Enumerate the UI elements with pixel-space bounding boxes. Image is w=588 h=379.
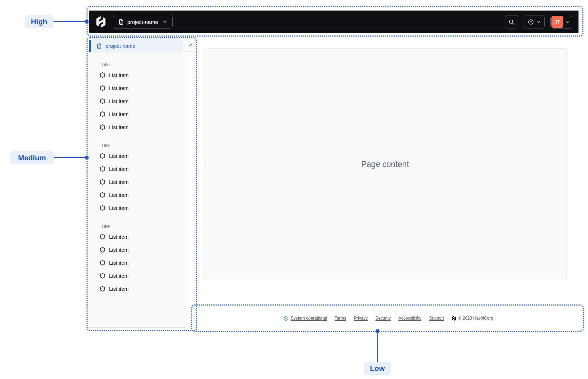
hexagon-icon [100, 179, 106, 185]
sidebar-list-item[interactable]: List item [89, 269, 186, 282]
sidebar-list-item[interactable]: List item [89, 121, 186, 134]
sidebar-list-item[interactable]: List item [89, 230, 186, 243]
footer-link-support[interactable]: Support [429, 316, 444, 321]
chevron-down-icon [536, 20, 541, 24]
sidebar-item-label: List item [109, 124, 129, 130]
sidebar-list-item[interactable]: List item [89, 256, 186, 269]
sidebar-item-label: List item [109, 234, 129, 240]
sidebar-item-label: List item [109, 273, 129, 279]
user-menu-button[interactable]: JT [550, 15, 572, 29]
footer-link-accessibility[interactable]: Accessibility [398, 316, 421, 321]
sidebar-item-label: List item [109, 192, 129, 198]
collapse-icon: « [189, 42, 192, 48]
page-content-placeholder: Page content [361, 160, 409, 169]
sidebar: project-name Title List item List item L… [89, 38, 186, 328]
sidebar-item-label: List item [109, 247, 129, 253]
file-text-icon [96, 43, 102, 49]
screenshot-canvas: project-name [0, 0, 588, 379]
sidebar-list-item[interactable]: List item [89, 201, 186, 214]
hexagon-icon [100, 98, 106, 104]
help-menu-button[interactable]: ? [524, 15, 545, 28]
sidebar-list-item[interactable]: List item [89, 282, 186, 295]
hashicorp-logo [452, 316, 456, 321]
sidebar-section-title: Title [101, 224, 186, 229]
annotation-label-high: High [25, 15, 53, 28]
annotation-label-low: Low [364, 362, 391, 375]
hexagon-icon [100, 111, 106, 117]
annotation-connector-medium [54, 157, 87, 158]
sidebar-list-item[interactable]: List item [89, 175, 186, 188]
hexagon-icon [100, 85, 106, 91]
help-icon: ? [528, 19, 534, 25]
active-item-indicator [89, 40, 91, 52]
hexagon-icon [100, 234, 106, 240]
sidebar-section-title: Title [101, 143, 186, 148]
sidebar-item-project-name[interactable]: project-name [92, 39, 183, 53]
annotation-dot-medium [85, 156, 89, 160]
hexagon-icon [100, 273, 106, 279]
sidebar-item-label: List item [109, 179, 129, 185]
copyright: © 2023 HashiCorp [452, 316, 493, 321]
sidebar-list-item[interactable]: List item [89, 243, 186, 256]
check-circle-icon [283, 316, 289, 321]
sidebar-list-item[interactable]: List item [89, 188, 186, 201]
annotation-connector-high [53, 21, 87, 22]
file-text-icon [118, 19, 124, 25]
sidebar-item-label: List item [109, 286, 129, 292]
hexagon-icon [100, 153, 106, 159]
sidebar-active-label: project-name [106, 43, 135, 49]
hexagon-icon [100, 124, 106, 130]
sidebar-item-label: List item [109, 153, 129, 159]
footer-link-terms[interactable]: Terms [335, 316, 346, 321]
hexagon-icon [100, 247, 106, 253]
sidebar-item-label: List item [109, 205, 129, 211]
project-switcher-button[interactable]: project-name [113, 15, 173, 29]
sidebar-section-title: Title [101, 62, 186, 67]
annotation-dot-high [85, 20, 89, 24]
sidebar-list-item[interactable]: List item [89, 162, 186, 175]
project-switcher-label: project-name [127, 19, 158, 25]
chevron-down-icon [563, 20, 572, 24]
footer-link-privacy[interactable]: Privacy [354, 316, 368, 321]
hexagon-icon [100, 205, 106, 211]
system-status-link[interactable]: System operational [291, 316, 327, 321]
footer-link-security[interactable]: Security [376, 316, 391, 321]
footer: System operational Terms Privacy Securit… [196, 309, 580, 327]
hexagon-icon [100, 260, 106, 266]
avatar: JT [551, 16, 563, 28]
search-button[interactable] [505, 15, 518, 28]
top-navigation-bar: project-name [89, 11, 579, 33]
annotation-label-medium: Medium [10, 151, 54, 164]
page-content-area: Page content [204, 48, 567, 280]
sidebar-list-item[interactable]: List item [89, 149, 186, 162]
hexagon-icon [100, 166, 106, 172]
sidebar-item-label: List item [109, 260, 129, 266]
sidebar-list-item[interactable]: List item [89, 95, 186, 108]
annotation-connector-low [377, 331, 378, 362]
sidebar-item-label: List item [109, 111, 129, 117]
chevron-down-icon [162, 19, 167, 24]
sidebar-item-label: List item [109, 98, 129, 104]
sidebar-list-item[interactable]: List item [89, 108, 186, 121]
sidebar-list-item[interactable]: List item [89, 69, 186, 82]
hashicorp-logo [96, 16, 106, 28]
copyright-text: © 2023 HashiCorp [458, 316, 493, 321]
sidebar-collapse-button[interactable]: « [186, 38, 196, 52]
sidebar-item-label: List item [109, 72, 129, 78]
hexagon-icon [100, 192, 106, 198]
hexagon-icon [100, 286, 106, 292]
sidebar-item-label: List item [109, 85, 129, 91]
svg-text:?: ? [530, 20, 532, 24]
sidebar-list-item[interactable]: List item [89, 82, 186, 95]
system-status: System operational [283, 316, 327, 321]
search-icon [509, 19, 514, 25]
sidebar-item-label: List item [109, 166, 129, 172]
hexagon-icon [100, 72, 106, 78]
